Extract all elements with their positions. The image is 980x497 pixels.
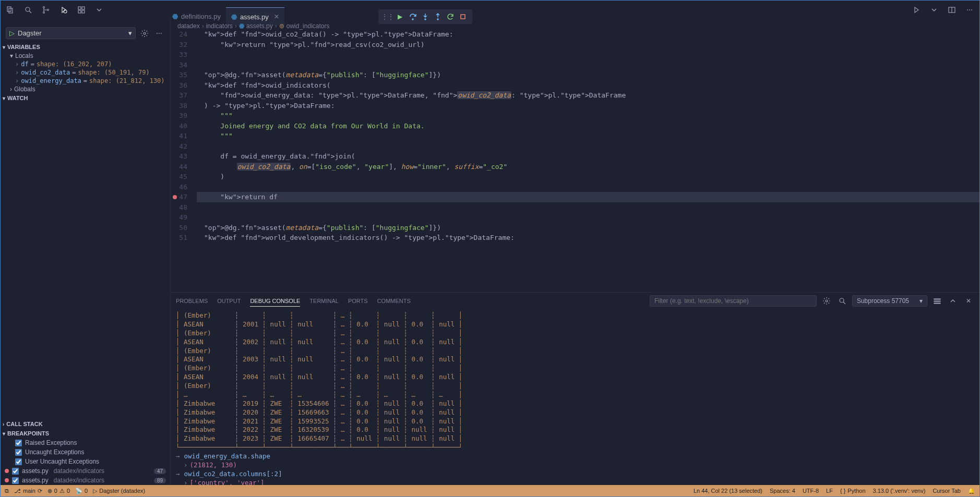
variable-owid-co2[interactable]: › owid_co2_data = shape: (50_191, 79) bbox=[1, 68, 170, 77]
locals-scope[interactable]: ▾ Locals bbox=[1, 52, 170, 60]
bp-checkbox[interactable] bbox=[15, 458, 22, 465]
python-env[interactable]: 3.13.0 ('.venv': venv) bbox=[873, 488, 926, 494]
tab-output[interactable]: OUTPUT bbox=[217, 296, 241, 306]
chevron-down-icon: ▾ bbox=[3, 431, 5, 437]
gear-icon[interactable] bbox=[821, 295, 832, 307]
chevron-right-icon: › bbox=[235, 22, 237, 30]
debug-icon: ▷ bbox=[93, 488, 97, 494]
bp-path: datadex/indicators bbox=[54, 467, 104, 475]
svg-rect-20 bbox=[934, 301, 940, 301]
tab-debug-console[interactable]: DEBUG CONSOLE bbox=[250, 296, 300, 307]
play-icon: ▷ bbox=[9, 29, 15, 37]
search-icon[interactable] bbox=[836, 295, 848, 307]
svg-point-13 bbox=[437, 19, 438, 20]
cursor-tab[interactable]: Cursor Tab bbox=[933, 488, 961, 494]
indent-indicator[interactable]: Spaces: 4 bbox=[770, 488, 795, 494]
breakpoints-header[interactable]: ▾ BREAKPOINTS bbox=[1, 429, 170, 438]
bp-label: User Uncaught Exceptions bbox=[25, 458, 99, 465]
bp-user-uncaught-exceptions[interactable]: User Uncaught Exceptions bbox=[1, 457, 170, 466]
drag-handle-icon[interactable]: ⋮⋮ bbox=[383, 11, 393, 22]
close-icon[interactable]: ✕ bbox=[274, 13, 279, 20]
chevron-right-icon: › bbox=[15, 77, 19, 84]
debug-console-output[interactable]: │ (Ember) ┆ ┆ ┆ ┆ … ┆ ┆ ┆ ┆ │ │ ASEAN ┆ … bbox=[171, 309, 979, 485]
chevron-right-icon: › bbox=[15, 60, 19, 68]
more-icon[interactable]: ⋯ bbox=[153, 28, 165, 39]
cursor-position[interactable]: Ln 44, Col 22 (13 selected) bbox=[694, 488, 762, 494]
more-icon[interactable]: ⋯ bbox=[964, 4, 975, 16]
bp-checkbox[interactable] bbox=[15, 440, 22, 446]
breadcrumb-part[interactable]: assets.py bbox=[246, 22, 273, 30]
tab-label: definitions.py bbox=[181, 13, 221, 20]
restart-icon[interactable] bbox=[445, 11, 456, 22]
clear-icon[interactable] bbox=[931, 295, 943, 307]
bp-checkbox[interactable] bbox=[15, 449, 22, 456]
bp-checkbox[interactable] bbox=[12, 477, 19, 484]
svg-point-16 bbox=[144, 32, 146, 34]
problems-indicator[interactable]: ⊗0 ⚠0 bbox=[47, 488, 70, 494]
editor-tabs: ⬣ definitions.py ⬣ assets.py ✕ ⋮⋮ ▶ bbox=[0, 7, 949, 26]
code-editor[interactable]: 2432333435363738394041424344454647484950… bbox=[171, 19, 979, 292]
svg-point-11 bbox=[412, 19, 413, 20]
breadcrumb-part[interactable]: datadex bbox=[177, 22, 200, 30]
subprocess-select[interactable]: Subprocess 57705 ▾ bbox=[852, 295, 927, 307]
radio-icon: 📡 bbox=[75, 488, 82, 494]
var-value: shape: (50_191, 79) bbox=[78, 69, 149, 76]
remote-icon[interactable]: ⧉ bbox=[5, 488, 9, 494]
config-name: Dagster bbox=[18, 29, 42, 37]
step-over-icon[interactable] bbox=[408, 11, 418, 22]
line-gutter: 2432333435363738394041424344454647484950… bbox=[171, 29, 197, 292]
breadcrumb-part[interactable]: indicators bbox=[206, 22, 233, 30]
step-out-icon[interactable] bbox=[433, 11, 443, 22]
watch-header[interactable]: ▾ WATCH bbox=[1, 93, 170, 103]
bp-uncaught-exceptions[interactable]: Uncaught Exceptions bbox=[1, 447, 170, 457]
chevron-up-icon[interactable] bbox=[947, 295, 959, 307]
tab-comments[interactable]: COMMENTS bbox=[377, 296, 411, 306]
close-panel-icon[interactable]: ✕ bbox=[963, 295, 974, 307]
bp-file-1[interactable]: assets.py datadex/indicators 47 bbox=[1, 466, 170, 476]
svg-rect-14 bbox=[461, 15, 465, 19]
encoding-indicator[interactable]: UTF-8 bbox=[803, 488, 819, 494]
gear-icon[interactable] bbox=[139, 28, 150, 39]
tab-terminal[interactable]: TERMINAL bbox=[309, 296, 339, 306]
var-name: owid_co2_data bbox=[21, 69, 70, 76]
notification-icon[interactable]: 🔔 bbox=[968, 488, 975, 494]
status-bar: ⧉ ⎇ main ⟳ ⊗0 ⚠0 📡0 ▷ Dagster (datadex) … bbox=[1, 485, 979, 496]
bp-raised-exceptions[interactable]: Raised Exceptions bbox=[1, 438, 170, 447]
ports-indicator[interactable]: 📡0 bbox=[75, 488, 88, 494]
bp-label: Uncaught Exceptions bbox=[25, 448, 84, 456]
error-icon: ⊗ bbox=[47, 488, 52, 494]
debug-config-select[interactable]: ▷ Dagster ▾ bbox=[6, 27, 136, 39]
globals-scope[interactable]: › Globals bbox=[1, 85, 170, 93]
filter-input[interactable] bbox=[650, 295, 817, 307]
svg-point-17 bbox=[826, 300, 828, 302]
callstack-header[interactable]: › CALL STACK bbox=[1, 419, 170, 429]
code-content[interactable]: "kw">def "fnd">owid_co2_data() -> "type"… bbox=[197, 29, 979, 292]
variable-owid-energy[interactable]: › owid_energy_data = shape: (21_812, 130… bbox=[1, 77, 170, 85]
bp-file-2[interactable]: assets.py datadex/indicators 89 bbox=[1, 476, 170, 485]
variable-df[interactable]: › df = shape: (16_202, 207) bbox=[1, 60, 170, 68]
bp-checkbox[interactable] bbox=[12, 468, 19, 475]
section-label: WATCH bbox=[7, 95, 28, 101]
tab-problems[interactable]: PROBLEMS bbox=[176, 296, 208, 306]
chevron-right-icon: › bbox=[10, 86, 12, 93]
tab-ports[interactable]: PORTS bbox=[348, 296, 368, 306]
bp-line-badge: 89 bbox=[154, 478, 166, 483]
debug-status[interactable]: ▷ Dagster (datadex) bbox=[93, 488, 145, 494]
language-indicator[interactable]: { } Python bbox=[840, 488, 866, 494]
var-value: shape: (16_202, 207) bbox=[37, 60, 112, 68]
svg-point-12 bbox=[425, 19, 426, 20]
chevron-down-icon: ▾ bbox=[3, 44, 5, 50]
branch-indicator[interactable]: ⎇ main ⟳ bbox=[14, 488, 42, 494]
breadcrumb-part[interactable]: owid_indicators bbox=[286, 22, 330, 30]
continue-icon[interactable]: ▶ bbox=[395, 11, 405, 22]
bp-line-badge: 47 bbox=[154, 468, 166, 474]
breakpoint-dot-icon bbox=[5, 478, 9, 482]
variables-header[interactable]: ▾ VARIABLES bbox=[1, 42, 170, 52]
stop-icon[interactable] bbox=[458, 11, 468, 22]
debug-sidebar: ▷ Dagster ▾ ⋯ ▾ VARIABLES ▾ Locals › df … bbox=[1, 19, 171, 485]
section-label: BREAKPOINTS bbox=[7, 430, 49, 437]
eol-indicator[interactable]: LF bbox=[826, 488, 833, 494]
bottom-panel: PROBLEMS OUTPUT DEBUG CONSOLE TERMINAL P… bbox=[171, 292, 979, 485]
bp-file: assets.py bbox=[22, 467, 49, 475]
step-into-icon[interactable] bbox=[420, 11, 431, 22]
